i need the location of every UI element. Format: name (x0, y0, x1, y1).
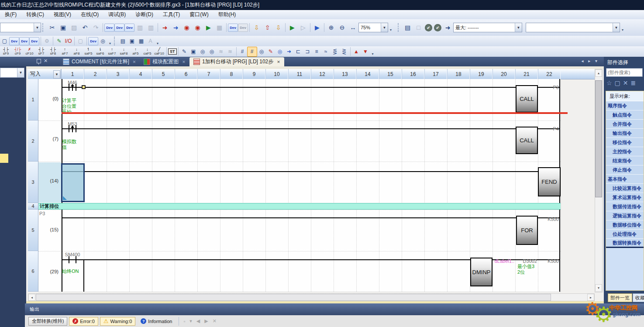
favorite-star-icon[interactable]: ☆ (606, 79, 612, 86)
statement-insert-button[interactable]: ⊏ (294, 47, 303, 56)
menu-window[interactable]: 窗口(W) (185, 10, 213, 19)
device-replace-button[interactable]: Dev (124, 24, 134, 32)
falling-pulse-branch-button[interactable]: ⇂saF6 (94, 47, 106, 57)
redo-button[interactable]: ↷ (90, 22, 101, 33)
scroll-up-arrow[interactable]: ▴ (595, 69, 602, 77)
chevron-down-icon[interactable]: ▼ (17, 68, 24, 77)
output-option-checkbox[interactable]: ▫ (182, 319, 186, 324)
register2-button[interactable]: ▥ (145, 22, 156, 33)
menu-help[interactable]: 帮助(H) (214, 10, 241, 19)
vertical-line-button[interactable]: ↑aF5 (130, 47, 141, 57)
edit-parameter-button[interactable]: ✎ (55, 37, 64, 46)
element-search-input[interactable] (606, 68, 643, 77)
comment-display-button[interactable]: ▤ (118, 37, 127, 46)
note-display-button[interactable]: ▦ (137, 37, 146, 46)
scroll-right-arrow[interactable]: ▸ (587, 294, 594, 301)
display-target-header[interactable]: 显示对象: (606, 91, 644, 101)
close-icon[interactable]: ✕ (182, 60, 186, 64)
check-parameter-button[interactable]: ✔ (434, 24, 441, 31)
list-item-output[interactable]: 输出指令 (606, 129, 644, 138)
falling-pulse-button[interactable]: ↓aF8 (71, 47, 83, 57)
vertical-scroll-thumb[interactable] (595, 80, 602, 197)
list-item-merge[interactable]: 合并指令 (606, 120, 644, 129)
list-item-sequence[interactable]: 顺序指令 (606, 101, 644, 110)
read-from-plc-button[interactable]: ➜ (170, 22, 181, 33)
block-up-button[interactable]: ▲ (352, 47, 361, 56)
align-left-button[interactable]: ≡ (312, 47, 321, 56)
device-test-button[interactable]: ◎ (276, 47, 285, 56)
wire-write-mode-button[interactable]: # (247, 47, 257, 57)
st-inline-button[interactable]: ST (168, 48, 177, 55)
disabled-button[interactable]: ▢ (76, 37, 85, 46)
previous-message-button[interactable]: ◀ (195, 318, 201, 324)
text-display-button[interactable]: A (146, 37, 155, 46)
rising-pulse-button[interactable]: ↑aF7 (59, 47, 71, 57)
open-contact-button[interactable]: ┤├sF9 (0, 47, 12, 57)
sort-desc-button[interactable]: ⋛ (340, 47, 349, 56)
clear-output-button[interactable]: ✕ (211, 318, 218, 324)
tab-module-config[interactable]: 模块配置图 ✕ (140, 57, 189, 66)
fit-width-button[interactable]: ↔ (348, 22, 358, 33)
monitor-stop-button[interactable]: ◉ (192, 22, 203, 33)
chevron-down-icon[interactable]: ▼ (381, 23, 388, 32)
statement-display-button[interactable]: ▣ (127, 37, 137, 46)
toolbar-grip[interactable] (114, 37, 117, 45)
io-assignment-button[interactable]: I/O (64, 37, 73, 46)
closed-contact-button[interactable]: ┤/├cF9 (12, 47, 24, 57)
new-window-button[interactable]: ▢ (0, 37, 9, 46)
rising-pulse-close-button[interactable]: ↑saF7 (106, 47, 118, 57)
note-insert-button[interactable]: ⊐ (303, 47, 312, 56)
project-combo[interactable]: ▼ (0, 23, 41, 32)
dock-combo[interactable]: ▼ (0, 68, 24, 78)
toolbar-overflow[interactable]: ▾ (107, 36, 113, 46)
write-to-plc-button[interactable]: ➜ (159, 22, 170, 33)
delete-vertical-line-button[interactable]: ↓caF5 (141, 47, 153, 57)
next-message-button[interactable]: ▶ (203, 318, 209, 324)
tab-program-ladder[interactable]: 1加料台移动 [PRG] [LD] 102步 ✕ (189, 57, 284, 66)
closed-contact2-button[interactable]: ✗cF10 (24, 47, 35, 57)
delete-line-button[interactable]: ╱caF10 (153, 47, 165, 57)
monitor-watch-button[interactable]: ◉ (181, 22, 192, 33)
instruction-box-fend[interactable]: FEND (538, 167, 561, 196)
max-combo[interactable]: 最大: ------- ▼ (453, 23, 522, 32)
close-icon[interactable]: ✕ (133, 60, 136, 64)
watch-window-button[interactable]: ▤ (402, 22, 413, 33)
find-device-button[interactable]: ◎ (198, 47, 207, 56)
tab-scroll-arrows[interactable]: ◂ ▸ ▾ (581, 59, 599, 63)
falling-pulse-close-button[interactable]: ↓saF8 (118, 47, 130, 57)
wire-mode-button[interactable]: # (238, 47, 247, 56)
rising-pulse-branch-button[interactable]: ↿saF5 (83, 47, 94, 57)
toolbar-overflow[interactable]: ▾ (620, 22, 625, 33)
edit-cursor-box[interactable] (82, 85, 86, 89)
list-item-master-control[interactable]: 主控指令 (606, 147, 644, 156)
find-instruction-button[interactable]: ◎ (207, 47, 217, 56)
chevron-down-icon[interactable]: ▼ (515, 23, 522, 32)
toolbar-overflow[interactable]: ▾ (155, 36, 160, 46)
jump-up-button[interactable]: ⇧ (262, 22, 273, 33)
convert-all-button[interactable]: 全部转换(维持) (28, 317, 67, 326)
list-item-data-shift[interactable]: 数据移位指令 (606, 220, 644, 230)
jump-next-button[interactable]: ⇩ (273, 22, 284, 33)
instruction-box-for[interactable]: FOR (516, 216, 538, 245)
menu-convert[interactable]: 转换(C) (21, 10, 49, 19)
menu-diagnostics[interactable]: 诊断(D) (131, 10, 158, 19)
device-display-button[interactable]: Dev (88, 37, 98, 45)
menu-view[interactable]: 视图(V) (49, 10, 76, 19)
monitor-mode-button[interactable]: ▦ (214, 22, 225, 33)
device-memory-button[interactable]: Dev (19, 37, 29, 45)
transfer-setup-button[interactable]: ➜ (442, 22, 453, 33)
device-tree-button[interactable]: Dev (29, 37, 39, 45)
device-find-button[interactable]: Dev (104, 24, 114, 32)
list-item-end[interactable]: 结束指令 (606, 156, 644, 165)
information-filter-button[interactable]: ? Information (137, 317, 176, 326)
device-skip-button[interactable]: ➜ (285, 47, 294, 56)
close-icon[interactable]: ✕ (277, 60, 280, 64)
device-monitor2-button[interactable]: Dev (238, 24, 248, 32)
tab-comment[interactable]: COMMENT [软元件注释] ✕ (59, 57, 140, 66)
cut-button[interactable]: ✂ (47, 22, 58, 33)
list-item-bit-process[interactable]: 位处理指令 (606, 230, 644, 239)
device-monitor-button[interactable]: Dev (228, 24, 238, 32)
instruction-box-call[interactable]: CALL (516, 85, 538, 113)
monitor-write-button[interactable]: ✎ (266, 47, 276, 56)
toolbar-overflow[interactable]: ▾ (388, 22, 393, 33)
